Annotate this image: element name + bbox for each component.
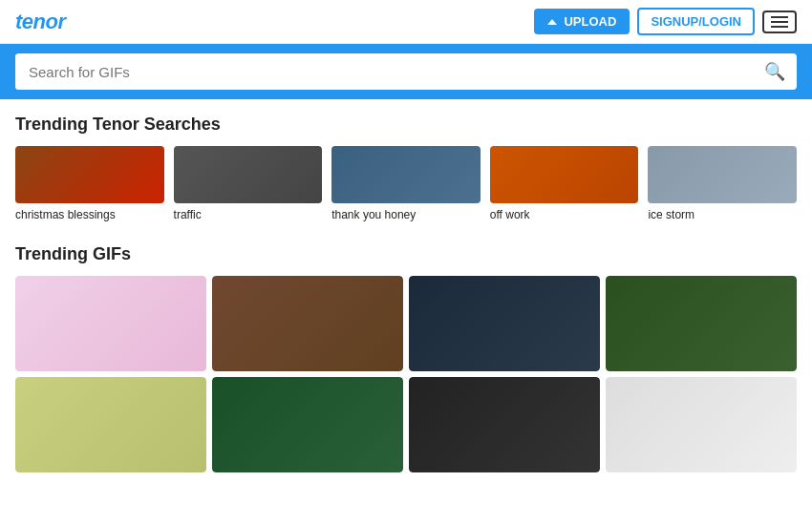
search-thumb [331,146,481,203]
search-icon: 🔍 [764,62,785,81]
main-content: Trending Tenor Searches christmas blessi… [0,99,812,488]
gif-item[interactable] [212,276,403,371]
search-bar: 🔍 [0,44,812,99]
gif-item[interactable] [409,377,600,472]
header: tenor UPLOAD SIGNUP/LOGIN [0,0,812,44]
search-label: traffic [174,208,323,221]
menu-line-2 [771,21,788,23]
menu-line-3 [771,26,788,28]
trending-gifs-section: Trending GIFs [15,244,797,472]
gif-item[interactable] [409,276,600,371]
header-right: UPLOAD SIGNUP/LOGIN [534,8,797,35]
menu-button[interactable] [762,10,797,33]
gif-placeholder [212,276,403,371]
gif-item[interactable] [212,377,403,472]
search-thumb-placeholder [490,146,639,203]
trending-searches-title: Trending Tenor Searches [15,115,797,135]
logo: tenor [15,10,66,34]
signup-button[interactable]: SIGNUP/LOGIN [637,8,755,35]
search-thumb [648,146,797,203]
gif-placeholder [606,377,797,472]
gif-item[interactable] [606,377,797,472]
search-thumb [15,146,164,203]
search-item[interactable]: off work [490,146,639,221]
gif-item[interactable] [15,377,206,472]
search-thumb [174,146,323,203]
gifs-grid [15,276,797,472]
trending-gifs-title: Trending GIFs [15,244,797,264]
search-container: 🔍 [15,53,797,90]
search-thumb-placeholder [174,146,323,203]
gif-placeholder [409,377,600,472]
upload-icon [547,19,557,25]
search-label: ice storm [648,208,797,221]
gif-placeholder [409,276,600,371]
search-label: off work [490,208,639,221]
search-input[interactable] [15,54,753,90]
gif-placeholder [212,377,403,472]
searches-grid: christmas blessingstrafficthank you hone… [15,146,797,221]
gif-item[interactable] [606,276,797,371]
gif-placeholder [15,377,206,472]
upload-button[interactable]: UPLOAD [534,9,630,34]
menu-line-1 [771,16,788,18]
gif-placeholder [15,276,206,371]
search-thumb-placeholder [331,146,481,203]
search-item[interactable]: thank you honey [331,146,481,221]
search-thumb-placeholder [648,146,797,203]
search-item[interactable]: traffic [174,146,323,221]
trending-searches-section: Trending Tenor Searches christmas blessi… [15,115,797,221]
search-label: thank you honey [331,208,481,221]
gif-item[interactable] [15,276,206,371]
search-button[interactable]: 🔍 [753,53,797,90]
search-item[interactable]: ice storm [648,146,797,221]
search-item[interactable]: christmas blessings [15,146,164,221]
search-thumb [490,146,639,203]
search-thumb-placeholder [15,146,164,203]
gif-placeholder [606,276,797,371]
search-label: christmas blessings [15,208,164,221]
